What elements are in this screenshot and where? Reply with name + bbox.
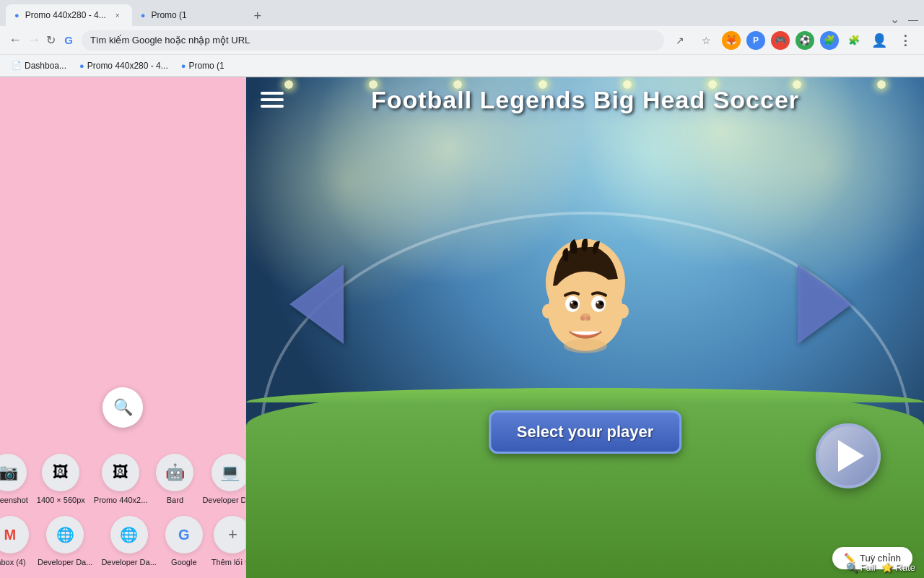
shortcut-bard[interactable]: 🤖 Bard: [156, 454, 193, 504]
shortcut-icon-google: G: [165, 516, 203, 553]
back-icon[interactable]: ←: [9, 33, 22, 48]
bookmark-icon-promo2: ●: [181, 61, 186, 70]
shortcut-icon-chrome2: 🌐: [110, 516, 148, 553]
shortcut-label-google: Google: [171, 558, 196, 566]
profile-icon[interactable]: 👤: [869, 30, 889, 51]
shortcut-label-chrome1: Developer Da...: [38, 558, 92, 566]
shortcut-icon-chrome1: 🌐: [46, 516, 84, 553]
play-button[interactable]: [816, 423, 881, 488]
shortcut-chrome2[interactable]: 🌐 Developer Da...: [101, 516, 156, 567]
forward-icon[interactable]: →: [27, 33, 40, 48]
shortcut-screenshot[interactable]: 📷 Screenshot: [0, 454, 28, 504]
list-tabs-icon[interactable]: ⌄: [890, 12, 899, 26]
shortcut-google[interactable]: G Google: [165, 516, 203, 567]
bottom-bar: 🔍 Full ⭐ Rate: [846, 562, 915, 573]
shortcut-label-1400: 1400 × 560px: [37, 496, 85, 504]
shortcut-icon-1400: 🖼: [42, 454, 79, 491]
prev-player-button[interactable]: [289, 264, 344, 344]
left-arrow-icon: [289, 264, 344, 344]
new-tab-button[interactable]: +: [248, 6, 268, 26]
svg-point-13: [542, 304, 554, 319]
hamburger-menu[interactable]: [261, 92, 284, 108]
shortcuts-area: 📷 Screenshot 🖼 1400 × 560px 🖼 Promo 440x…: [0, 442, 245, 578]
main-content: 🔍 📷 Screenshot 🖼 1400 × 560px 🖼 Promo 44…: [0, 77, 924, 578]
search-icon: 🔍: [113, 398, 133, 417]
shortcut-icon-screenshot: 📷: [0, 454, 27, 491]
play-icon: [838, 440, 864, 472]
more-options-icon[interactable]: ⋮: [895, 30, 915, 51]
bookmark-label-promo2: Promo (1: [188, 61, 224, 71]
search-bubble[interactable]: 🔍: [103, 387, 143, 428]
shortcut-icon-dev: 💻: [212, 454, 249, 491]
shortcut-icon-bard: 🤖: [156, 454, 193, 491]
ext-icon-4[interactable]: ⚽: [796, 31, 814, 50]
hamburger-line-1: [261, 92, 284, 95]
google-logo: G: [61, 33, 76, 48]
window-minimize-btn[interactable]: —: [908, 14, 918, 25]
reload-icon[interactable]: ↻: [46, 33, 56, 47]
hamburger-line-3: [261, 105, 284, 108]
svg-point-5: [596, 301, 604, 309]
shortcut-label-chrome2: Developer Da...: [101, 558, 156, 566]
svg-point-12: [586, 316, 590, 321]
top-shortcuts-row: 📷 Screenshot 🖼 1400 × 560px 🖼 Promo 440x…: [12, 454, 234, 504]
address-input[interactable]: [82, 30, 664, 51]
next-player-button[interactable]: [798, 264, 852, 344]
tab-close-btn[interactable]: ×: [112, 9, 123, 21]
bookmark-icon-promo1: ●: [79, 61, 84, 70]
tab-label: Promo 440x280 - 4...: [25, 10, 106, 20]
shortcut-promo[interactable]: 🖼 Promo 440x2...: [94, 454, 148, 504]
fullscreen-button[interactable]: 🔍 Full: [846, 562, 876, 573]
shortcut-icon-promo: 🖼: [102, 454, 139, 491]
ext-icon-5[interactable]: 🧩: [820, 31, 839, 50]
active-tab[interactable]: ● Promo 440x280 - 4... ×: [6, 4, 132, 26]
bookmark-label-promo1: Promo 440x280 - 4...: [87, 61, 168, 71]
game-title: Football Legends Big Head Soccer: [246, 86, 924, 114]
ext-icon-1[interactable]: 🦊: [722, 31, 741, 50]
tab-bar: ● Promo 440x280 - 4... × ● Promo (1 + ⌄ …: [0, 0, 924, 26]
window-controls: ⌄ —: [890, 12, 918, 26]
bookmark-label-dashboa: Dashboa...: [25, 61, 66, 71]
rate-button[interactable]: ⭐ Rate: [881, 562, 915, 573]
tab-2-label: Promo (1: [151, 10, 186, 20]
svg-point-9: [596, 301, 598, 303]
shortcut-1400[interactable]: 🖼 1400 × 560px: [37, 454, 85, 504]
player-container: [520, 239, 650, 401]
shortcut-label-promo: Promo 440x2...: [94, 496, 148, 504]
shortcut-label-inbox: Inbox (4): [0, 558, 26, 566]
ext-icon-6[interactable]: 🧩: [845, 31, 863, 50]
svg-point-11: [580, 316, 585, 321]
bookmark-promo1[interactable]: ● Promo 440x280 - 4...: [74, 59, 174, 72]
fullscreen-label: Full: [860, 562, 876, 573]
svg-point-8: [570, 301, 572, 303]
shortcut-chrome1[interactable]: 🌐 Developer Da...: [38, 516, 92, 567]
bookmark-promo2[interactable]: ● Promo (1: [175, 59, 230, 72]
bookmark-icon[interactable]: ☆: [696, 30, 716, 51]
fullscreen-icon: 🔍: [846, 562, 858, 573]
bookmark-icon-dashboa: 📄: [12, 61, 22, 70]
right-arrow-icon: [798, 264, 852, 344]
ext-icon-2[interactable]: P: [746, 31, 765, 50]
svg-point-7: [599, 301, 603, 305]
bookmarks-bar: 📄 Dashboa... ● Promo 440x280 - 4... ● Pr…: [0, 55, 924, 77]
game-area: Football Legends Big Head Soccer: [245, 77, 924, 578]
address-bar-row: ← → ↻ G ↗ ☆ 🦊 P 🎮 ⚽ 🧩 🧩 👤 ⋮: [0, 26, 924, 55]
shortcut-icon-inbox: M: [0, 516, 29, 553]
select-player-button[interactable]: Select your player: [489, 410, 682, 454]
shortcut-label-screenshot: Screenshot: [0, 496, 28, 504]
bottom-shortcuts-row: M Inbox (4) 🌐 Developer Da... 🌐 Dev: [12, 516, 234, 567]
share-icon[interactable]: ↗: [670, 30, 690, 51]
svg-point-4: [570, 301, 578, 309]
player-character: [520, 239, 650, 398]
svg-point-15: [564, 339, 607, 353]
hamburger-line-2: [261, 98, 284, 101]
browser-chrome: ● Promo 440x280 - 4... × ● Promo (1 + ⌄ …: [0, 0, 924, 77]
shortcut-label-bard: Bard: [167, 496, 183, 504]
svg-point-14: [617, 304, 629, 319]
tab-2[interactable]: ● Promo (1: [132, 4, 248, 26]
shortcut-inbox[interactable]: M Inbox (4): [0, 516, 29, 567]
svg-point-6: [573, 301, 577, 305]
bookmark-dashboa[interactable]: 📄 Dashboa...: [6, 59, 72, 72]
star-icon: ⭐: [881, 562, 893, 573]
ext-icon-3[interactable]: 🎮: [771, 31, 790, 50]
